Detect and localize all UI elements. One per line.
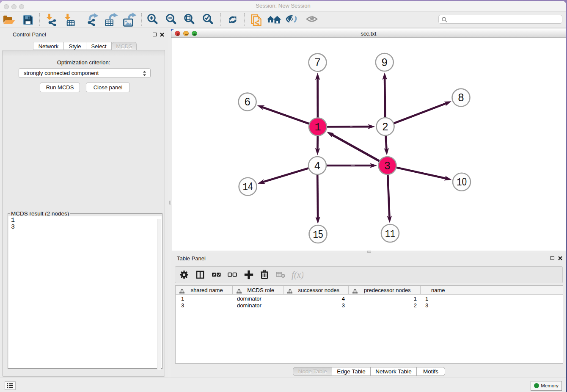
svg-text:1: 1 (314, 121, 321, 134)
svg-text:3: 3 (385, 160, 391, 171)
svg-text:2: 2 (383, 121, 388, 133)
svg-text:15: 15 (313, 228, 323, 241)
svg-text:8: 8 (458, 91, 464, 103)
svg-text:14: 14 (243, 180, 253, 193)
svg-text:11: 11 (385, 228, 395, 240)
svg-text:9: 9 (382, 56, 388, 68)
svg-text:4: 4 (314, 160, 320, 171)
svg-text:7: 7 (315, 56, 321, 68)
svg-text:6: 6 (245, 96, 250, 108)
svg-text:10: 10 (457, 176, 467, 189)
svg-text:f(x): f(x) (292, 270, 303, 280)
